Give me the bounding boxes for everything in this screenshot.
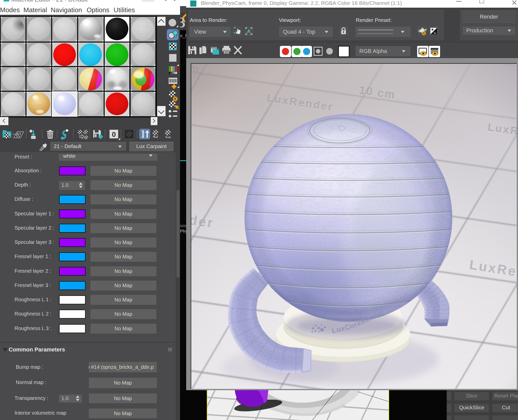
svg-text:A: A [247,29,251,34]
svg-text:0: 0 [112,130,116,138]
